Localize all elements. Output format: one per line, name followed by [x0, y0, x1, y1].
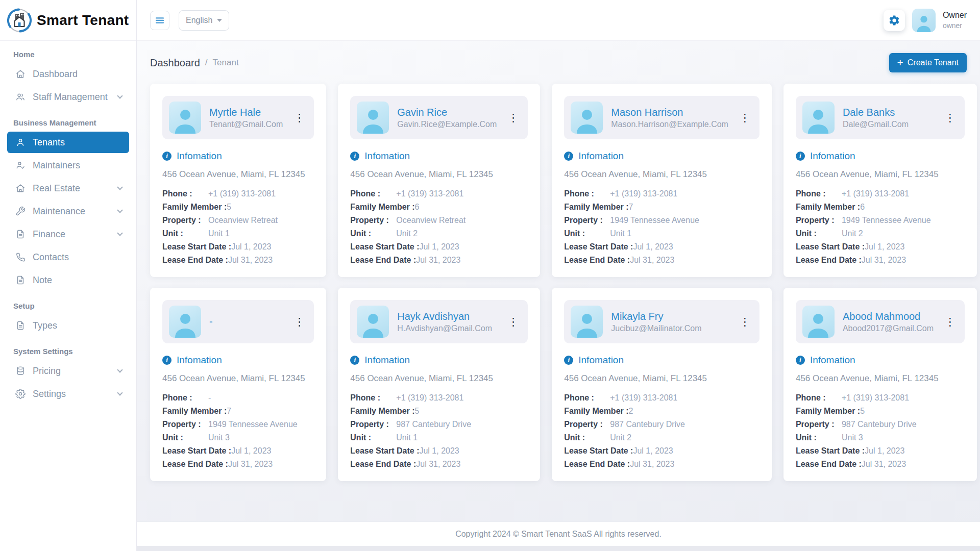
field-label: Lease End Date : — [796, 256, 862, 265]
phone-row: Phone : +1 (319) 313-2081 — [564, 391, 760, 405]
tenant-address: 456 Ocean Avenue, Miami, FL 12345 — [350, 169, 528, 180]
sidebar-section-label: Setup — [0, 292, 136, 313]
tenant-name-link[interactable]: Gavin Rice — [397, 107, 497, 118]
tenant-avatar — [571, 102, 603, 134]
sidebar-item-types[interactable]: Types — [7, 315, 129, 336]
breadcrumb-dashboard[interactable]: Dashboard — [150, 57, 200, 69]
field-label: Unit : — [162, 433, 208, 442]
family-member-row: Family Member : 5 — [350, 405, 528, 418]
tenant-name-link[interactable]: Mikayla Fry — [611, 311, 728, 322]
tenant-card-header: Gavin Rice Gavin.Rice@Example.Com ⋮ — [350, 96, 528, 139]
create-tenant-button[interactable]: + Create Tenant — [889, 53, 967, 72]
field-label: Property : — [796, 420, 842, 429]
card-menu-button[interactable]: ⋮ — [942, 110, 959, 125]
info-icon: i — [796, 356, 805, 365]
chevron-down-icon — [117, 230, 122, 236]
sidebar-item-maintenance[interactable]: Maintenance — [7, 201, 129, 222]
property-row: Property : 1949 Tennessee Avenue — [796, 214, 965, 227]
field-value: Jul 31, 2023 — [416, 256, 460, 265]
field-label: Lease End Date : — [564, 256, 630, 265]
sidebar-toggle-button[interactable] — [150, 11, 169, 30]
sidebar-section: Home Dashboard Staff Management — [0, 41, 136, 108]
field-label: Property : — [350, 216, 396, 225]
card-menu-button[interactable]: ⋮ — [291, 314, 308, 329]
settings-button[interactable] — [884, 10, 905, 31]
field-label: Family Member : — [796, 203, 860, 212]
field-value: +1 (319) 313-2081 — [610, 189, 677, 198]
field-label: Unit : — [162, 229, 208, 238]
field-value: Jul 31, 2023 — [630, 460, 674, 469]
sidebar-item-pricing[interactable]: Pricing — [7, 360, 129, 382]
chevron-down-icon — [117, 184, 122, 190]
menu-icon — [154, 15, 165, 26]
home-icon — [15, 183, 26, 193]
info-icon: i — [162, 152, 172, 161]
field-label: Unit : — [350, 433, 396, 442]
family-member-row: Family Member : 6 — [796, 201, 965, 214]
document-icon — [15, 275, 26, 285]
field-value: Oceanview Retreat — [208, 216, 278, 225]
family-member-row: Family Member : 7 — [564, 201, 760, 214]
tenant-name-link[interactable]: Dale Banks — [843, 107, 934, 118]
card-section-title: Infomation — [578, 151, 624, 162]
card-menu-button[interactable]: ⋮ — [291, 110, 308, 125]
unit-row: Unit : Unit 3 — [796, 431, 965, 444]
sidebar-item-settings[interactable]: Settings — [7, 383, 129, 405]
phone-row: Phone : +1 (319) 313-2081 — [162, 187, 314, 201]
field-value: Unit 1 — [610, 229, 631, 238]
person-check-icon — [15, 160, 26, 170]
tenant-name-link[interactable]: - — [209, 316, 283, 328]
sidebar-item-maintainers[interactable]: Maintainers — [7, 155, 129, 176]
user-meta: Owner owner — [943, 10, 967, 30]
field-value: 5 — [415, 407, 420, 416]
card-menu-button[interactable]: ⋮ — [942, 314, 959, 329]
app-logo-icon — [7, 8, 32, 33]
sidebar-item-tenants[interactable]: Tenants — [7, 132, 129, 153]
field-label: Family Member : — [350, 407, 414, 416]
tenant-address: 456 Ocean Avenue, Miami, FL 12345 — [350, 373, 528, 384]
unit-row: Unit : Unit 1 — [564, 227, 760, 240]
document-icon — [15, 320, 26, 331]
field-value: Jul 31, 2023 — [228, 256, 273, 265]
user-avatar[interactable] — [912, 9, 936, 32]
sidebar-item-dashboard[interactable]: Dashboard — [7, 63, 129, 85]
tenant-name-link[interactable]: Abood Mahmood — [843, 311, 934, 322]
info-icon: i — [564, 356, 573, 365]
sidebar-item-staff-management[interactable]: Staff Management — [7, 86, 129, 108]
lease-start-row: Lease Start Date : Jul 1, 2023 — [796, 444, 965, 458]
field-label: Unit : — [350, 229, 396, 238]
field-value: +1 (319) 313-2081 — [610, 393, 677, 403]
card-menu-button[interactable]: ⋮ — [505, 314, 522, 329]
tenant-email: Tenant@Gmail.Com — [209, 120, 283, 129]
lease-end-row: Lease End Date : Jul 31, 2023 — [350, 458, 528, 471]
sidebar-item-label: Types — [33, 320, 57, 331]
sidebar-item-contacts[interactable]: Contacts — [7, 246, 129, 268]
field-value: 6 — [415, 203, 420, 212]
sidebar-item-note[interactable]: Note — [7, 269, 129, 291]
bottom-strip — [137, 546, 980, 551]
tenant-name-link[interactable]: Hayk Avdishyan — [397, 311, 497, 322]
language-selector[interactable]: English — [179, 10, 229, 31]
field-label: Lease End Date : — [350, 256, 416, 265]
tenant-card: Myrtle Hale Tenant@Gmail.Com ⋮ i Infomat… — [150, 84, 326, 277]
home-icon — [15, 69, 26, 79]
lease-start-row: Lease Start Date : Jul 1, 2023 — [350, 240, 528, 254]
card-menu-button[interactable]: ⋮ — [737, 110, 753, 125]
field-value: Jul 31, 2023 — [630, 256, 674, 265]
card-menu-button[interactable]: ⋮ — [737, 314, 753, 329]
card-section-title: Infomation — [177, 355, 222, 366]
user-role: owner — [943, 21, 967, 30]
sidebar-item-finance[interactable]: Finance — [7, 223, 129, 245]
property-row: Property : Oceanview Retreat — [162, 214, 314, 227]
field-value: +1 (319) 313-2081 — [396, 393, 463, 403]
people-icon — [15, 92, 26, 102]
tenant-name-link[interactable]: Myrtle Hale — [209, 107, 283, 118]
sidebar-item-real-estate[interactable]: Real Estate — [7, 178, 129, 199]
sidebar-item-label: Contacts — [33, 252, 69, 263]
card-menu-button[interactable]: ⋮ — [505, 110, 522, 125]
app-logo[interactable]: Smart Tenant — [0, 0, 136, 41]
sidebar-item-label: Dashboard — [33, 69, 78, 80]
tenant-name-link[interactable]: Mason Harrison — [611, 107, 728, 118]
chevron-down-icon — [117, 390, 122, 395]
person-icon — [361, 106, 385, 134]
